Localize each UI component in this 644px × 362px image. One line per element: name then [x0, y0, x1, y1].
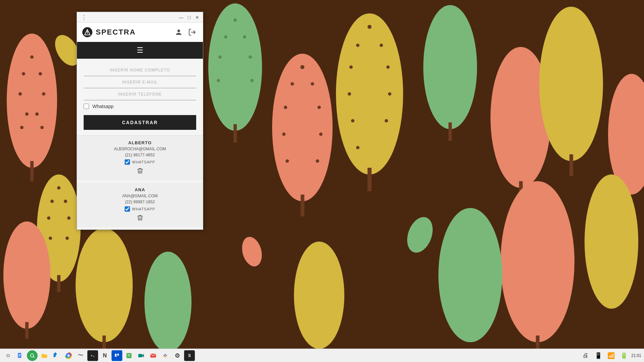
- svg-point-80: [31, 354, 34, 357]
- svg-rect-57: [25, 322, 29, 339]
- svg-point-63: [608, 74, 644, 195]
- svg-rect-86: [117, 354, 119, 356]
- svg-point-9: [20, 126, 24, 129]
- svg-point-64: [501, 181, 574, 342]
- find-icon[interactable]: [27, 350, 38, 361]
- registration-form: Whatsapp CADASTRAR: [77, 59, 203, 136]
- svg-point-61: [539, 7, 603, 161]
- meet-icon[interactable]: [136, 350, 146, 361]
- whatsapp-checkbox[interactable]: [84, 104, 89, 109]
- svg-rect-21: [233, 124, 237, 143]
- svg-point-42: [368, 25, 372, 29]
- svg-point-2: [30, 55, 34, 59]
- docs-icon[interactable]: [15, 350, 26, 361]
- chrome-icon[interactable]: [63, 350, 74, 361]
- svg-rect-55: [519, 181, 523, 201]
- svg-point-11: [37, 174, 81, 282]
- svg-point-22: [233, 18, 237, 22]
- battery-icon[interactable]: 🔋: [618, 350, 629, 361]
- contact-card-ana: ANA ANA@GMAIL.COM (22) 99997-1852 WHATSA…: [77, 183, 203, 229]
- delete-contact-button[interactable]: [137, 167, 143, 176]
- svg-point-93: [164, 355, 165, 356]
- name-input[interactable]: [84, 64, 196, 76]
- window-menu-dots[interactable]: ⋮: [81, 14, 87, 21]
- svg-point-56: [3, 221, 50, 329]
- close-button[interactable]: ✕: [194, 14, 201, 21]
- svg-point-71: [239, 235, 265, 268]
- svg-point-74: [177, 30, 180, 32]
- contact-whatsapp-checkbox[interactable]: [125, 206, 130, 212]
- chromeos-button[interactable]: ○: [3, 350, 13, 361]
- app-title: SPECTRA: [96, 28, 136, 37]
- contact-name: ANA: [84, 187, 196, 192]
- svg-point-13: [57, 186, 60, 190]
- vscode-icon[interactable]: [51, 350, 62, 361]
- svg-point-32: [291, 82, 294, 86]
- svg-point-3: [22, 72, 25, 75]
- svg-point-16: [47, 216, 50, 220]
- phone-icon[interactable]: 📱: [593, 350, 604, 361]
- phone-input[interactable]: [84, 88, 196, 100]
- svg-rect-65: [536, 335, 540, 349]
- contact-card-alberto: ALBERTO ALBSROCHA@GMAIL.COM (21) 98177-4…: [77, 136, 203, 183]
- svg-rect-77: [19, 354, 21, 354]
- svg-point-70: [402, 213, 437, 256]
- contact-whatsapp-checkbox[interactable]: [125, 159, 130, 165]
- contact-phone: (22) 99997-1852: [84, 200, 196, 204]
- minimize-button[interactable]: —: [177, 14, 185, 21]
- contacts-list: ALBERTO ALBSROCHA@GMAIL.COM (21) 98177-4…: [77, 136, 203, 229]
- files2-icon[interactable]: [124, 350, 134, 361]
- svg-rect-41: [368, 168, 372, 191]
- spectra-taskbar-icon[interactable]: S: [184, 350, 195, 361]
- svg-point-51: [356, 146, 359, 149]
- notable-icon[interactable]: 〜: [75, 350, 86, 361]
- terminal-icon[interactable]: [87, 350, 98, 361]
- svg-rect-85: [115, 354, 117, 357]
- svg-point-40: [336, 13, 403, 174]
- slack-icon[interactable]: [160, 350, 171, 361]
- trello-icon[interactable]: [112, 350, 122, 361]
- svg-point-34: [284, 106, 287, 109]
- maximize-button[interactable]: □: [185, 14, 193, 21]
- svg-point-95: [165, 354, 166, 355]
- app-header: SPECTRA: [77, 23, 203, 42]
- app-logo: SPECTRA: [82, 27, 136, 37]
- svg-point-24: [243, 35, 246, 39]
- cadastrar-button[interactable]: CADASTRAR: [84, 115, 196, 130]
- svg-rect-59: [102, 335, 106, 349]
- title-bar: ⋮ — □ ✕: [77, 12, 203, 23]
- svg-point-6: [42, 92, 45, 96]
- svg-rect-87: [127, 353, 132, 358]
- contact-whatsapp-label: WHATSAPP: [132, 207, 155, 211]
- svg-rect-12: [57, 275, 60, 292]
- svg-rect-62: [569, 154, 573, 176]
- svg-point-14: [50, 200, 54, 203]
- printer-icon[interactable]: 🖨: [580, 350, 591, 361]
- svg-point-58: [76, 228, 133, 342]
- mail-icon[interactable]: [148, 350, 159, 361]
- taskbar-right: 🖨 📱 📶 🔋 21:01: [580, 350, 641, 361]
- svg-point-83: [68, 354, 70, 357]
- svg-point-46: [386, 65, 390, 69]
- svg-point-68: [294, 242, 344, 349]
- delete-contact-button[interactable]: [137, 214, 143, 223]
- user-icon-button[interactable]: [173, 27, 184, 38]
- wifi-icon[interactable]: 📶: [606, 350, 616, 361]
- svg-point-60: [144, 252, 191, 349]
- contact-whatsapp-label: WHATSAPP: [132, 160, 155, 164]
- svg-point-28: [250, 79, 254, 82]
- svg-rect-1: [30, 161, 34, 181]
- taskbar-clock: 21:01: [631, 353, 641, 358]
- logout-button[interactable]: [187, 27, 198, 38]
- svg-point-48: [388, 92, 391, 96]
- notion-icon[interactable]: N: [99, 350, 110, 361]
- files-icon[interactable]: [39, 350, 50, 361]
- svg-rect-90: [138, 354, 142, 357]
- svg-point-38: [286, 159, 289, 163]
- hamburger-menu[interactable]: ☰: [137, 46, 143, 55]
- svg-point-4: [39, 72, 42, 75]
- svg-point-49: [351, 119, 354, 122]
- email-input[interactable]: [84, 76, 196, 88]
- svg-point-45: [349, 65, 353, 69]
- settings-icon[interactable]: ⚙: [172, 350, 183, 361]
